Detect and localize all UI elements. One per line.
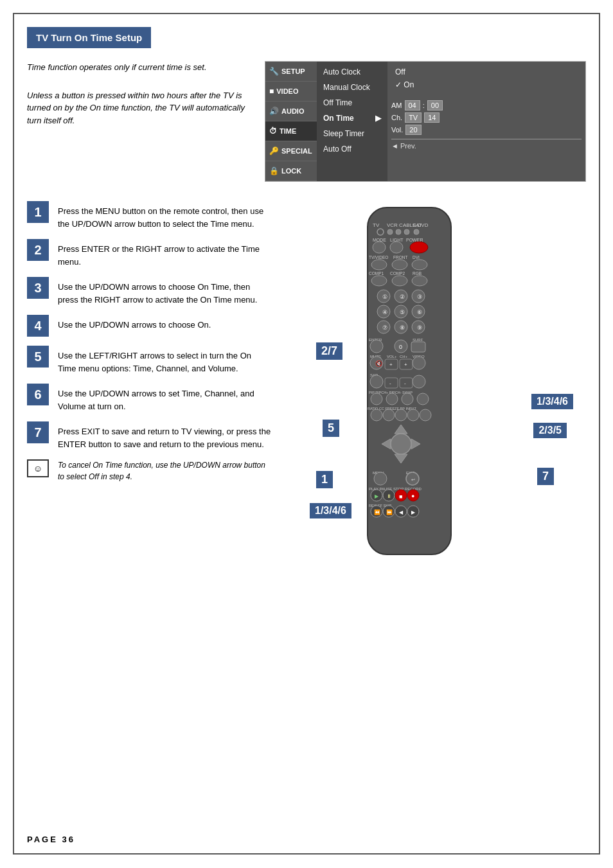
menu-main: Auto Clock Manual Clock Off Time On Time… — [317, 62, 387, 181]
remote-svg: TV VCR CABLE DVD SAT MODE LIGHT POWER — [348, 201, 470, 561]
svg-text:COMP1: COMP1 — [369, 271, 384, 276]
svg-text:⑧: ⑧ — [400, 324, 405, 331]
time-hour-box[interactable]: 04 — [405, 100, 420, 111]
svg-text:COMP2: COMP2 — [390, 271, 405, 276]
option-on[interactable]: On — [391, 78, 582, 91]
svg-text:⑨: ⑨ — [417, 324, 422, 331]
ch-type-box[interactable]: TV — [405, 112, 422, 123]
svg-point-63 — [370, 375, 383, 388]
svg-point-76 — [383, 409, 395, 421]
svg-text:▶: ▶ — [375, 493, 379, 499]
special-icon: 🔑 — [269, 146, 279, 155]
svg-text:■: ■ — [399, 493, 402, 500]
svg-point-70 — [371, 393, 382, 405]
sidebar-lock-label: LOCK — [281, 167, 301, 175]
step-label-1: 1 — [316, 471, 333, 488]
time-am-label: AM — [391, 102, 402, 109]
step-label-2-3-5: 2/3/5 — [533, 423, 567, 438]
svg-point-13 — [390, 242, 403, 253]
option-off[interactable]: Off — [391, 66, 582, 78]
svg-text:RGB: RGB — [413, 271, 422, 276]
svg-text:▶: ▶ — [411, 509, 416, 515]
svg-rect-50 — [411, 342, 425, 352]
step-text-6: Use the UP/DOWN arrows to set Time, Chan… — [58, 384, 271, 412]
svg-point-5 — [396, 229, 401, 235]
svg-text:-: - — [389, 380, 391, 386]
svg-text:⏸: ⏸ — [386, 493, 391, 499]
svg-point-4 — [387, 229, 393, 235]
sidebar-setup[interactable]: 🔧 SETUP — [265, 62, 317, 82]
sidebar-video[interactable]: ■ VIDEO — [265, 82, 317, 102]
note-icon: ☺ — [27, 459, 49, 477]
svg-text:◀: ◀ — [399, 509, 404, 515]
menu-on-time[interactable]: On Time ▶ — [317, 111, 387, 126]
audio-icon: 🔊 — [269, 107, 279, 116]
step-row-5: 5 Use the LEFT/RIGHT arrows to select in… — [27, 346, 271, 375]
menu-manual-clock[interactable]: Manual Clock — [317, 80, 387, 95]
svg-point-79 — [420, 409, 431, 421]
vol-label: Vol. — [391, 126, 403, 134]
step-row-3: 3 Use the UP/DOWN arrows to choose On Ti… — [27, 277, 271, 306]
svg-text:DVI: DVI — [413, 255, 420, 260]
step-num-1: 1 — [27, 201, 49, 223]
svg-text:④: ④ — [382, 309, 387, 315]
sidebar-special[interactable]: 🔑 SPECIAL — [265, 141, 317, 161]
setup-icon: 🔧 — [269, 67, 279, 76]
sidebar-audio[interactable]: 🔊 AUDIO — [265, 102, 317, 121]
svg-point-72 — [402, 393, 413, 405]
step-num-6: 6 — [27, 384, 49, 405]
menu-auto-clock[interactable]: Auto Clock — [317, 64, 387, 80]
svg-point-19 — [392, 260, 407, 270]
svg-point-12 — [373, 242, 386, 253]
menu-auto-off[interactable]: Auto Off — [317, 141, 387, 157]
sidebar-time[interactable]: ⏱ TIME — [265, 121, 317, 141]
svg-text:②: ② — [400, 294, 405, 300]
menu-submenu: Off On AM 04 : 00 Ch. TV 14 Vol. 20 — [387, 62, 585, 181]
svg-point-71 — [386, 393, 398, 405]
time-icon: ⏱ — [269, 127, 277, 136]
svg-text:SURF: SURF — [413, 338, 423, 342]
svg-point-26 — [412, 276, 427, 286]
step-label-7: 7 — [537, 468, 554, 485]
submenu-time-row: AM 04 : 00 — [391, 100, 582, 111]
step-text-7: Press EXIT to save and return to TV view… — [58, 421, 271, 450]
svg-text:⏪: ⏪ — [374, 509, 380, 515]
svg-text:TV/VIDEO: TV/VIDEO — [369, 255, 388, 260]
svg-rect-64 — [385, 378, 398, 388]
intro-line2: Unless a button is pressed within two ho… — [27, 89, 252, 127]
svg-text:+: + — [389, 362, 393, 368]
prev-bar[interactable]: ◄ Prev. — [391, 139, 582, 150]
svg-text:CH+: CH+ — [400, 355, 408, 359]
svg-text:⑤: ⑤ — [400, 309, 405, 315]
page-title: TV Turn On Time Setup — [27, 27, 151, 48]
step-text-1: Press the MENU button on the remote cont… — [58, 201, 271, 230]
svg-text:⑥: ⑥ — [417, 309, 422, 315]
ch-num-box[interactable]: 14 — [424, 112, 440, 123]
svg-text:⑦: ⑦ — [382, 324, 387, 331]
step-text-5: Use the LEFT/RIGHT arrows to select in t… — [58, 346, 271, 375]
svg-point-18 — [371, 260, 387, 270]
svg-text:-: - — [404, 380, 406, 386]
svg-text:VCR CABLE DVD: VCR CABLE DVD — [387, 222, 429, 228]
svg-text:🔇: 🔇 — [375, 360, 383, 368]
lock-icon: 🔒 — [269, 166, 279, 175]
sidebar-setup-label: SETUP — [281, 67, 305, 75]
menu-off-time[interactable]: Off Time — [317, 95, 387, 111]
sidebar-time-label: TIME — [280, 127, 296, 135]
svg-point-68 — [413, 375, 425, 388]
menu-sleep-timer[interactable]: Sleep Timer — [317, 126, 387, 141]
top-section: Time function operates only if current t… — [27, 61, 586, 182]
vol-num-box[interactable]: 20 — [405, 125, 421, 135]
svg-text:↩: ↩ — [411, 477, 415, 482]
sidebar-video-label: VIDEO — [276, 87, 298, 95]
page-footer: PAGE 36 — [27, 835, 75, 844]
step-text-2: Press ENTER or the RIGHT arrow to activa… — [58, 239, 271, 268]
sidebar-lock[interactable]: 🔒 LOCK — [265, 161, 317, 181]
video-icon: ■ — [269, 87, 274, 96]
svg-point-6 — [404, 229, 409, 235]
submenu-ch-row: Ch. TV 14 — [391, 112, 582, 123]
menu-sidebar: 🔧 SETUP ■ VIDEO 🔊 AUDIO ⏱ TIME 🔑 SP — [265, 62, 317, 181]
time-min-box[interactable]: 00 — [427, 100, 443, 111]
svg-point-24 — [371, 276, 387, 286]
on-time-label: On Time — [323, 114, 354, 123]
